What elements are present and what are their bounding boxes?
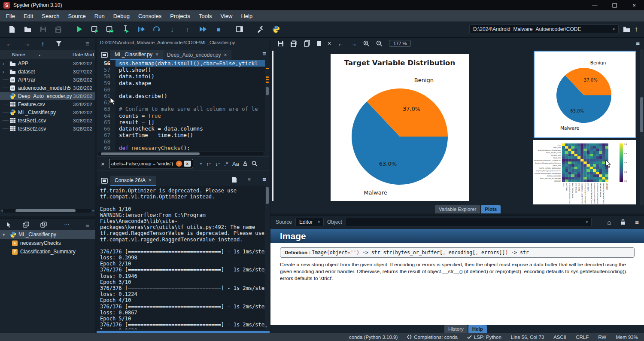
- tab-ml-classifier[interactable]: ML_Classifier.py ×: [110, 50, 163, 60]
- explorer-row-app-rar[interactable]: 01APP.rar3/28/202: [0, 76, 95, 84]
- code-line[interactable]: 59data.shape: [97, 80, 270, 86]
- menu-debug[interactable]: Debug: [109, 13, 134, 19]
- copy-plot-icon[interactable]: [304, 40, 310, 47]
- close-find-icon[interactable]: ×: [101, 160, 105, 167]
- collapse-all-icon[interactable]: [23, 222, 29, 228]
- step-over-button[interactable]: [149, 23, 164, 36]
- chevron-down-icon[interactable]: ▾: [318, 220, 320, 224]
- explorer-row-ml-classifier-py[interactable]: ML_Classifier.py3/28/202: [0, 108, 95, 116]
- tab-plots[interactable]: Plots: [481, 205, 501, 213]
- debug-file-button[interactable]: [134, 23, 149, 36]
- explorer-header[interactable]: Name▲ Date Mod: [0, 50, 95, 59]
- code-line[interactable]: 58data.info(): [97, 73, 270, 79]
- scroll-down-icon[interactable]: ▾: [265, 325, 267, 329]
- filter-icon[interactable]: [56, 41, 62, 46]
- explorer-row-deep-auto-encoder-py[interactable]: Deep_Auto_encoder.py3/28/202: [0, 92, 95, 100]
- code-line[interactable]: 67startTime = time.time(): [97, 132, 270, 138]
- chevron-down-icon[interactable]: ▾: [613, 27, 615, 31]
- scroll-right-icon[interactable]: ▸: [92, 208, 94, 213]
- minimize-button[interactable]: —: [585, 0, 605, 10]
- menu-source[interactable]: Source: [64, 13, 90, 19]
- status-completions-conda[interactable]: Completions: conda: [407, 335, 458, 340]
- step-into-button[interactable]: ↓: [164, 23, 180, 36]
- menu-file[interactable]: File: [2, 13, 19, 19]
- source-combobox[interactable]: Editor ▾: [295, 218, 324, 226]
- menu-run[interactable]: Run: [90, 13, 109, 19]
- object-input[interactable]: [349, 219, 583, 225]
- menu-view[interactable]: View: [216, 13, 237, 19]
- pane-splitter[interactable]: [272, 51, 273, 201]
- working-directory-combobox[interactable]: ▾: [469, 24, 619, 34]
- save-button[interactable]: [35, 23, 51, 36]
- find-input[interactable]: [111, 161, 176, 166]
- find-next-icon[interactable]: ↓⌕: [215, 161, 220, 167]
- editor-options-button[interactable]: ≡: [262, 50, 266, 57]
- explorer-row-feature-csv[interactable]: Feature.csv3/28/202: [0, 100, 95, 108]
- menu-edit[interactable]: Edit: [19, 13, 37, 19]
- open-file-button[interactable]: [20, 23, 35, 36]
- explorer-row-autoencoder-model-h5[interactable]: 01autoencoder_model.h53/28/202: [0, 84, 95, 92]
- plots-vscrollbar[interactable]: [640, 49, 644, 205]
- step-out-button[interactable]: ↑: [180, 23, 195, 36]
- python-env-button[interactable]: [268, 23, 284, 36]
- close-tab-icon[interactable]: ×: [155, 52, 158, 58]
- clear-search-icon[interactable]: ×: [184, 161, 191, 167]
- editor-hscrollbar[interactable]: [98, 152, 264, 155]
- menu-tools[interactable]: Tools: [194, 13, 216, 19]
- case-sensitive-icon[interactable]: Aa: [232, 161, 239, 167]
- browse-tabs-icon[interactable]: [101, 178, 108, 184]
- next-plot-icon[interactable]: →: [350, 40, 357, 47]
- find-input-box[interactable]: – ×: [109, 159, 193, 168]
- find-history-caret-icon[interactable]: ▾: [200, 161, 202, 166]
- status-lsp-python[interactable]: LSP: Python: [467, 335, 501, 340]
- status-crlf[interactable]: CRLF: [576, 335, 589, 340]
- save-all-button[interactable]: [51, 23, 66, 36]
- replace-icon[interactable]: [252, 161, 258, 167]
- code-line[interactable]: 65result = []: [97, 119, 270, 125]
- explorer-row-app[interactable]: ›APP3/28/202: [0, 59, 95, 67]
- maximize-button[interactable]: [605, 0, 624, 10]
- interrupt-kernel-icon[interactable]: ■: [248, 177, 251, 182]
- code-line[interactable]: 69def necessaryChecks():: [97, 145, 270, 151]
- remove-plot-icon[interactable]: [316, 40, 321, 46]
- status-conda-python-3-10-9-[interactable]: conda (Python 3.10.9): [349, 335, 398, 340]
- column-date[interactable]: Date Mod: [73, 52, 95, 57]
- chevron-down-icon[interactable]: ▾: [3, 232, 9, 237]
- chevron-right-icon[interactable]: ›: [3, 69, 9, 74]
- code-line[interactable]: 68: [97, 138, 270, 145]
- code-line[interactable]: 57plt.show(): [97, 67, 270, 73]
- find-previous-icon[interactable]: ↑⌕: [206, 161, 211, 167]
- code-line[interactable]: 66dataToCheck = data.columns: [97, 125, 270, 132]
- explorer-hscrollbar[interactable]: [3, 209, 91, 213]
- code-line[interactable]: 60: [97, 86, 270, 93]
- explorer-row-dataset[interactable]: ›dataset3/27/202: [0, 67, 95, 76]
- run-cell-button[interactable]: [87, 23, 103, 36]
- tab-help[interactable]: Help: [468, 325, 487, 333]
- editor-vscrollbar[interactable]: [265, 60, 270, 151]
- remove-all-plots-icon[interactable]: ×: [328, 40, 331, 47]
- status-rw[interactable]: RW: [598, 335, 606, 340]
- console-vscrollbar[interactable]: ▾: [265, 186, 270, 329]
- new-file-button[interactable]: [4, 23, 20, 36]
- status-mem-93-[interactable]: Mem 93%: [616, 335, 638, 340]
- zoom-in-icon[interactable]: [363, 40, 370, 47]
- close-button[interactable]: ×: [624, 0, 644, 10]
- save-all-plots-icon[interactable]: [290, 40, 298, 47]
- parent-directory-button[interactable]: ↑: [635, 26, 638, 33]
- explorer-back-button[interactable]: ←: [6, 40, 12, 47]
- run-cell-advance-button[interactable]: [103, 23, 118, 36]
- browse-directory-button[interactable]: [623, 26, 630, 32]
- more-options-icon[interactable]: ⋯: [64, 222, 69, 228]
- outline-item-necessarychecks[interactable]: FnecessaryChecks: [0, 239, 95, 247]
- tab-history[interactable]: History: [444, 325, 468, 333]
- lock-icon[interactable]: [620, 219, 626, 225]
- expand-all-icon[interactable]: [40, 222, 47, 228]
- outline-options-button[interactable]: ≡: [85, 222, 89, 228]
- run-button[interactable]: [72, 23, 87, 36]
- regex-icon[interactable]: .*: [224, 161, 228, 167]
- tab-deep-auto-encoder[interactable]: Deep_Auto_encoder.py ×: [163, 50, 231, 60]
- tab-variable-explorer[interactable]: Variable Explorer: [435, 205, 480, 213]
- maximize-pane-button[interactable]: [232, 23, 247, 36]
- preferences-wrench-button[interactable]: [253, 23, 268, 36]
- object-combobox[interactable]: ▾: [346, 218, 592, 226]
